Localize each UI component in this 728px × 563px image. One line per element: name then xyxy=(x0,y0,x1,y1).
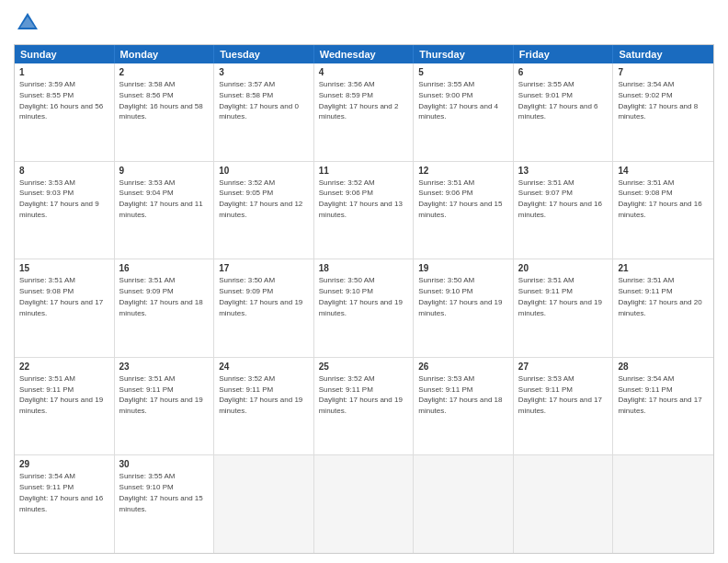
calendar-day-30: 30Sunrise: 3:55 AMSunset: 9:10 PMDayligh… xyxy=(115,455,215,553)
calendar-day-5: 5Sunrise: 3:55 AMSunset: 9:00 PMDaylight… xyxy=(414,63,514,161)
header-day-friday: Friday xyxy=(514,45,614,63)
calendar-day-1: 1Sunrise: 3:59 AMSunset: 8:55 PMDaylight… xyxy=(15,63,115,161)
calendar-day-4: 4Sunrise: 3:56 AMSunset: 8:59 PMDaylight… xyxy=(314,63,415,161)
calendar-day-11: 11Sunrise: 3:52 AMSunset: 9:06 PMDayligh… xyxy=(314,162,415,259)
day-info: Sunrise: 3:51 AMSunset: 9:09 PMDaylight:… xyxy=(119,276,203,316)
day-number: 23 xyxy=(119,361,210,373)
header-day-sunday: Sunday xyxy=(15,45,115,63)
calendar-day-26: 26Sunrise: 3:53 AMSunset: 9:11 PMDayligh… xyxy=(414,358,514,455)
day-number: 8 xyxy=(19,165,109,177)
day-info: Sunrise: 3:54 AMSunset: 9:11 PMDaylight:… xyxy=(618,374,701,415)
day-info: Sunrise: 3:54 AMSunset: 9:11 PMDaylight:… xyxy=(19,472,103,512)
day-info: Sunrise: 3:51 AMSunset: 9:11 PMDaylight:… xyxy=(618,276,701,316)
day-number: 1 xyxy=(19,66,109,78)
calendar-day-empty xyxy=(314,455,415,553)
day-info: Sunrise: 3:56 AMSunset: 8:59 PMDaylight:… xyxy=(319,80,399,121)
day-info: Sunrise: 3:59 AMSunset: 8:55 PMDaylight:… xyxy=(19,80,103,121)
calendar-week-3: 15Sunrise: 3:51 AMSunset: 9:08 PMDayligh… xyxy=(15,259,713,358)
day-number: 25 xyxy=(319,361,409,373)
calendar-week-1: 1Sunrise: 3:59 AMSunset: 8:55 PMDaylight… xyxy=(15,63,713,162)
day-info: Sunrise: 3:55 AMSunset: 9:00 PMDaylight:… xyxy=(418,80,498,121)
day-info: Sunrise: 3:55 AMSunset: 9:01 PMDaylight:… xyxy=(518,80,598,121)
calendar-day-empty xyxy=(414,455,514,553)
calendar-day-empty xyxy=(613,455,713,553)
header xyxy=(14,9,714,37)
day-number: 10 xyxy=(219,165,309,177)
day-info: Sunrise: 3:51 AMSunset: 9:11 PMDaylight:… xyxy=(518,276,602,316)
calendar-week-2: 8Sunrise: 3:53 AMSunset: 9:03 PMDaylight… xyxy=(15,162,713,260)
calendar-day-2: 2Sunrise: 3:58 AMSunset: 8:56 PMDaylight… xyxy=(115,63,215,161)
day-info: Sunrise: 3:51 AMSunset: 9:08 PMDaylight:… xyxy=(618,178,701,219)
header-day-wednesday: Wednesday xyxy=(314,45,415,63)
calendar-day-6: 6Sunrise: 3:55 AMSunset: 9:01 PMDaylight… xyxy=(514,63,614,161)
calendar-day-19: 19Sunrise: 3:50 AMSunset: 9:10 PMDayligh… xyxy=(414,259,514,357)
day-number: 17 xyxy=(219,262,309,274)
logo xyxy=(14,9,45,37)
calendar-day-20: 20Sunrise: 3:51 AMSunset: 9:11 PMDayligh… xyxy=(514,259,614,357)
day-number: 5 xyxy=(418,66,508,78)
day-info: Sunrise: 3:55 AMSunset: 9:10 PMDaylight:… xyxy=(119,472,203,512)
day-number: 3 xyxy=(219,66,309,78)
calendar-day-21: 21Sunrise: 3:51 AMSunset: 9:11 PMDayligh… xyxy=(613,259,713,357)
calendar-day-13: 13Sunrise: 3:51 AMSunset: 9:07 PMDayligh… xyxy=(514,162,614,259)
calendar-header: SundayMondayTuesdayWednesdayThursdayFrid… xyxy=(15,45,713,63)
day-info: Sunrise: 3:52 AMSunset: 9:05 PMDaylight:… xyxy=(219,178,302,219)
day-number: 24 xyxy=(219,361,309,373)
day-info: Sunrise: 3:51 AMSunset: 9:11 PMDaylight:… xyxy=(19,374,103,415)
day-number: 16 xyxy=(119,262,210,274)
day-number: 11 xyxy=(319,165,409,177)
day-number: 4 xyxy=(319,66,409,78)
day-info: Sunrise: 3:52 AMSunset: 9:11 PMDaylight:… xyxy=(219,374,302,415)
day-info: Sunrise: 3:53 AMSunset: 9:11 PMDaylight:… xyxy=(518,374,602,415)
day-number: 18 xyxy=(319,262,409,274)
calendar-day-27: 27Sunrise: 3:53 AMSunset: 9:11 PMDayligh… xyxy=(514,358,614,455)
day-info: Sunrise: 3:50 AMSunset: 9:09 PMDaylight:… xyxy=(219,276,302,316)
calendar-day-empty xyxy=(214,455,314,553)
day-number: 19 xyxy=(418,262,508,274)
day-info: Sunrise: 3:53 AMSunset: 9:11 PMDaylight:… xyxy=(418,374,502,415)
day-info: Sunrise: 3:53 AMSunset: 9:04 PMDaylight:… xyxy=(119,178,203,219)
calendar-day-3: 3Sunrise: 3:57 AMSunset: 8:58 PMDaylight… xyxy=(214,63,314,161)
day-info: Sunrise: 3:52 AMSunset: 9:11 PMDaylight:… xyxy=(319,374,403,415)
day-number: 21 xyxy=(618,262,709,274)
calendar-day-empty xyxy=(514,455,614,553)
calendar-day-28: 28Sunrise: 3:54 AMSunset: 9:11 PMDayligh… xyxy=(613,358,713,455)
day-number: 7 xyxy=(618,66,709,78)
calendar-day-29: 29Sunrise: 3:54 AMSunset: 9:11 PMDayligh… xyxy=(15,455,115,553)
calendar-day-7: 7Sunrise: 3:54 AMSunset: 9:02 PMDaylight… xyxy=(613,63,713,161)
day-info: Sunrise: 3:53 AMSunset: 9:03 PMDaylight:… xyxy=(19,178,99,219)
calendar-day-8: 8Sunrise: 3:53 AMSunset: 9:03 PMDaylight… xyxy=(15,162,115,259)
day-info: Sunrise: 3:50 AMSunset: 9:10 PMDaylight:… xyxy=(319,276,403,316)
day-number: 9 xyxy=(119,165,210,177)
day-number: 30 xyxy=(119,458,210,470)
day-number: 13 xyxy=(518,165,609,177)
day-info: Sunrise: 3:54 AMSunset: 9:02 PMDaylight:… xyxy=(618,80,698,121)
day-number: 12 xyxy=(418,165,508,177)
page: SundayMondayTuesdayWednesdayThursdayFrid… xyxy=(0,0,728,563)
calendar-day-10: 10Sunrise: 3:52 AMSunset: 9:05 PMDayligh… xyxy=(214,162,314,259)
calendar: SundayMondayTuesdayWednesdayThursdayFrid… xyxy=(14,44,714,554)
calendar-week-4: 22Sunrise: 3:51 AMSunset: 9:11 PMDayligh… xyxy=(15,358,713,456)
day-info: Sunrise: 3:51 AMSunset: 9:08 PMDaylight:… xyxy=(19,276,103,316)
day-number: 29 xyxy=(19,458,109,470)
calendar-day-23: 23Sunrise: 3:51 AMSunset: 9:11 PMDayligh… xyxy=(115,358,215,455)
calendar-body: 1Sunrise: 3:59 AMSunset: 8:55 PMDaylight… xyxy=(15,63,713,553)
day-number: 15 xyxy=(19,262,109,274)
calendar-day-12: 12Sunrise: 3:51 AMSunset: 9:06 PMDayligh… xyxy=(414,162,514,259)
header-day-monday: Monday xyxy=(115,45,215,63)
day-info: Sunrise: 3:51 AMSunset: 9:06 PMDaylight:… xyxy=(418,178,502,219)
day-info: Sunrise: 3:57 AMSunset: 8:58 PMDaylight:… xyxy=(219,80,299,121)
day-info: Sunrise: 3:52 AMSunset: 9:06 PMDaylight:… xyxy=(319,178,403,219)
day-number: 6 xyxy=(518,66,609,78)
day-number: 20 xyxy=(518,262,609,274)
day-info: Sunrise: 3:50 AMSunset: 9:10 PMDaylight:… xyxy=(418,276,502,316)
header-day-saturday: Saturday xyxy=(613,45,713,63)
header-day-tuesday: Tuesday xyxy=(214,45,314,63)
day-number: 22 xyxy=(19,361,109,373)
header-day-thursday: Thursday xyxy=(414,45,514,63)
day-number: 2 xyxy=(119,66,210,78)
day-number: 14 xyxy=(618,165,709,177)
day-info: Sunrise: 3:51 AMSunset: 9:11 PMDaylight:… xyxy=(119,374,203,415)
calendar-day-14: 14Sunrise: 3:51 AMSunset: 9:08 PMDayligh… xyxy=(613,162,713,259)
day-number: 26 xyxy=(418,361,508,373)
